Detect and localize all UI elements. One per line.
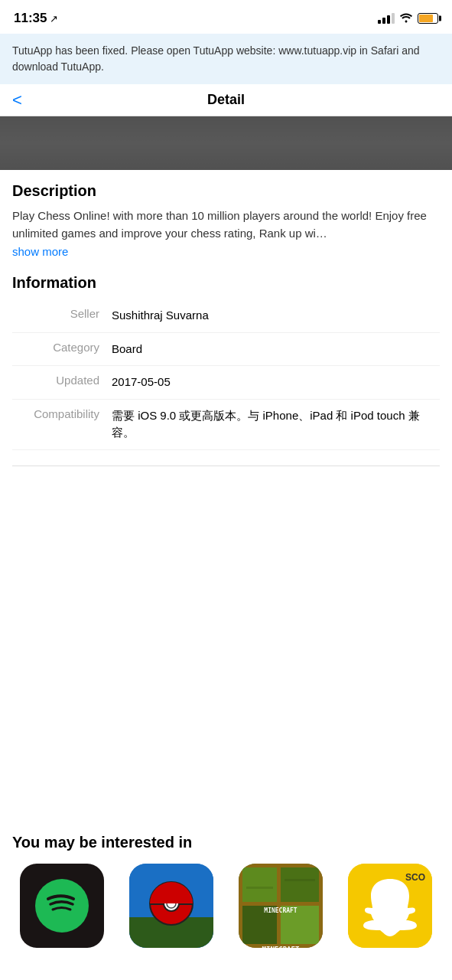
status-time: 11:35 [14,11,47,26]
description-section: Description Play Chess Online! with more… [12,182,440,259]
svg-rect-10 [281,867,319,902]
info-row-updated: Updated 2017-05-05 [12,366,440,400]
description-heading: Description [12,182,440,200]
section-divider [12,466,440,466]
rec-app-spotify[interactable] [12,864,112,948]
tutuapp-banner: TutuApp has been fixed. Please open Tutu… [0,34,452,84]
recommended-apps-list: MINECRAFT MINECRAFT SCO [12,864,440,948]
compatibility-label: Compatibility [12,407,112,442]
wifi-icon [399,12,413,25]
pokemon-app-icon [129,864,213,948]
rec-app-minecraft[interactable]: MINECRAFT MINECRAFT [231,864,331,948]
minecraft-icon-graphic: MINECRAFT MINECRAFT [239,864,323,948]
updated-label: Updated [12,374,112,391]
minecraft-app-icon: MINECRAFT MINECRAFT [239,864,323,948]
recommendations-section: You may be interested in [0,834,452,963]
status-bar: 11:35 ↗ [0,0,452,34]
rec-app-pokemon[interactable] [122,864,222,948]
banner-text: TutuApp has been fixed. Please open Tutu… [12,44,420,73]
snapchat-app-icon: SCO [348,864,432,948]
category-value: Board [112,341,440,358]
back-button[interactable]: < [12,90,22,110]
seller-value: Sushithraj Suvarna [112,307,440,325]
location-icon: ↗ [50,13,58,24]
snapchat-icon-graphic: SCO [348,864,432,948]
signal-bars-icon [378,13,395,24]
spotify-icon-graphic [20,864,104,948]
info-row-seller: Seller Sushithraj Suvarna [12,299,440,333]
status-icons [378,12,438,25]
app-image-area [0,116,452,170]
seller-label: Seller [12,307,112,325]
show-more-link[interactable]: show more [12,245,68,258]
pokemon-icon-graphic [129,864,213,948]
category-label: Category [12,341,112,358]
compatibility-value: 需要 iOS 9.0 或更高版本。与 iPhone、iPad 和 iPod to… [112,407,440,442]
svg-text:SCO: SCO [405,872,425,883]
recommendations-heading: You may be interested in [12,834,440,851]
information-section: Information Seller Sushithraj Suvarna Ca… [12,274,440,450]
svg-rect-14 [285,879,315,881]
navigation-bar: < Detail [0,84,452,116]
svg-text:MINECRAFT: MINECRAFT [264,907,298,914]
spotify-app-icon [20,864,104,948]
info-row-compatibility: Compatibility 需要 iOS 9.0 或更高版本。与 iPhone、… [12,400,440,450]
info-row-category: Category Board [12,333,440,367]
updated-value: 2017-05-05 [112,374,440,391]
main-content: Description Play Chess Online! with more… [0,170,452,466]
rec-app-snapchat[interactable]: SCO [340,864,440,948]
svg-point-0 [35,879,89,933]
description-text: Play Chess Online! with more than 10 mil… [12,207,440,242]
image-overlay [0,116,452,170]
page-title: Detail [207,92,245,108]
svg-rect-9 [242,867,277,902]
battery-icon [418,13,438,24]
svg-text:MINECRAFT: MINECRAFT [262,946,299,948]
information-heading: Information [12,274,440,292]
svg-rect-13 [246,887,273,889]
